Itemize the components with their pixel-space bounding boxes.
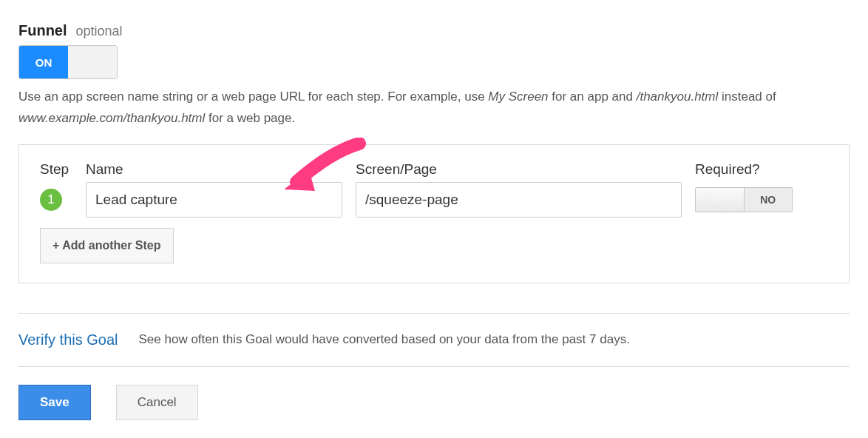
funnel-toggle-off xyxy=(68,46,117,78)
verify-row: Verify this Goal See how often this Goal… xyxy=(18,314,850,366)
funnel-title: Funnel xyxy=(18,22,67,39)
step-number-badge: 1 xyxy=(40,189,62,211)
step-number-wrap: 1 xyxy=(40,189,72,211)
save-button[interactable]: Save xyxy=(18,385,91,420)
header-step: Step xyxy=(40,161,72,178)
help-example-bad: www.example.com/thankyou.html xyxy=(18,111,205,125)
required-toggle-yes xyxy=(696,188,745,212)
funnel-help-text: Use an app screen name string or a web p… xyxy=(18,87,850,129)
help-example-page: /thankyou.html xyxy=(637,90,719,104)
funnel-optional-label: optional xyxy=(76,24,123,39)
funnel-title-row: Funnel optional xyxy=(18,22,850,39)
step-row: 1 NO xyxy=(40,182,828,218)
header-page: Screen/Page xyxy=(356,161,682,178)
step-page-input[interactable] xyxy=(356,182,682,218)
help-suffix: for a web page. xyxy=(208,111,295,125)
header-name: Name xyxy=(86,161,342,178)
action-row: Save Cancel xyxy=(18,385,850,420)
help-prefix: Use an app screen name string or a web p… xyxy=(18,90,488,104)
header-required: Required? xyxy=(695,161,760,178)
funnel-toggle[interactable]: ON xyxy=(18,45,118,79)
add-step-button[interactable]: + Add another Step xyxy=(40,228,174,263)
step-name-input[interactable] xyxy=(86,182,342,218)
required-toggle[interactable]: NO xyxy=(695,187,793,212)
verify-description: See how often this Goal would have conve… xyxy=(139,332,630,347)
funnel-toggle-on: ON xyxy=(19,46,68,78)
divider-bottom xyxy=(18,366,850,367)
verify-goal-link[interactable]: Verify this Goal xyxy=(18,331,118,348)
help-example-app: My Screen xyxy=(488,90,548,104)
help-mid2: instead of xyxy=(722,90,776,104)
required-toggle-no: NO xyxy=(745,188,793,212)
cancel-button[interactable]: Cancel xyxy=(116,385,198,420)
funnel-steps-box: Step Name Screen/Page Required? 1 NO + A… xyxy=(18,144,850,283)
help-mid1: for an app and xyxy=(552,90,636,104)
step-headers-row: Step Name Screen/Page Required? xyxy=(40,161,828,178)
